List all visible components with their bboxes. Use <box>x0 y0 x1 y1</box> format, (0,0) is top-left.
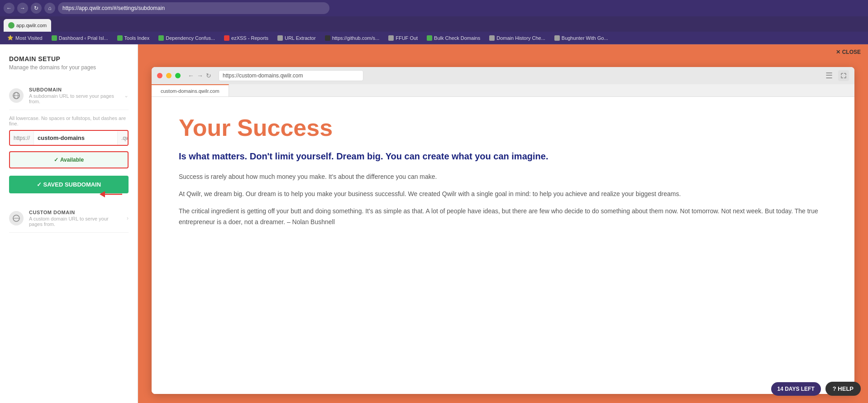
bottom-bar: 14 DAYS LEFT ? HELP <box>771 382 861 396</box>
mockup-tab-bar: custom-domains.qwilr.com <box>152 84 854 97</box>
url-text: https://app.qwilr.com/#/settings/subdoma… <box>62 5 165 11</box>
subdomain-desc: A subdomain URL to serve your pages from… <box>29 93 119 104</box>
body-paragraph-2: At Qwilr, we dream big. Our dream is to … <box>179 189 827 200</box>
browser-toolbar: ← → ↻ ⌂ https://app.qwilr.com/#/settings… <box>0 0 868 16</box>
active-tab[interactable]: app.qwilr.com <box>4 19 51 32</box>
custom-domain-desc: A custom domain URL to serve your pages … <box>29 216 121 227</box>
main-content: DOMAIN SETUP Manage the domains for your… <box>0 44 868 403</box>
bookmark-label: ezXSS - Reports <box>231 35 268 41</box>
subdomain-chevron: ⌄ <box>124 92 129 99</box>
mockup-refresh-button[interactable]: ↻ <box>206 72 211 79</box>
body-paragraph-1: Success is rarely about how much money y… <box>179 172 827 182</box>
url-bar[interactable]: https://app.qwilr.com/#/settings/subdoma… <box>58 2 329 14</box>
browser-window: ← → ↻ ⌂ https://app.qwilr.com/#/settings… <box>0 0 868 403</box>
page-subtitle: Manage the domains for your pages <box>9 64 129 71</box>
bookmark-favicon: ⭐ <box>7 35 14 41</box>
days-left-badge: 14 DAYS LEFT <box>771 382 821 396</box>
mockup-dot-red <box>157 73 162 78</box>
home-button[interactable]: ⌂ <box>44 3 55 14</box>
bookmark-favicon <box>224 35 229 41</box>
bookmark-label: FFUF Out <box>396 35 418 41</box>
back-button[interactable]: ← <box>4 3 14 14</box>
available-check-icon: ✓ <box>54 157 58 163</box>
sidebar: DOMAIN SETUP Manage the domains for your… <box>0 44 138 403</box>
input-prefix: https:// <box>10 131 34 145</box>
bookmark-github[interactable]: https://github.com/s... <box>321 33 383 43</box>
custom-domain-label: CUSTOM DOMAIN <box>29 210 121 215</box>
bookmark-favicon <box>427 35 432 41</box>
available-label: Available <box>60 157 84 163</box>
subdomain-hint: All lowercase. No spaces or fullstops, b… <box>9 115 129 126</box>
bookmark-dashboard[interactable]: Dashboard ‹ Prial Isl... <box>48 33 112 43</box>
custom-domain-section[interactable]: CUSTOM DOMAIN A custom domain URL to ser… <box>9 204 129 233</box>
available-badge: ✓ Available <box>54 157 84 163</box>
bookmark-favicon <box>554 35 560 41</box>
body-paragraph-3: The critical ingredient is getting off y… <box>179 206 827 228</box>
browser-mockup: ← → ↻ https://custom-domains.qwilr.com ☰ <box>152 67 854 394</box>
bookmark-label: https://github.com/s... <box>332 35 380 41</box>
bookmark-label: Tools Index <box>124 35 150 41</box>
mockup-content: Your Success Is what matters. Don't limi… <box>152 97 854 394</box>
bookmark-dependency[interactable]: Dependency Confus... <box>155 33 219 43</box>
bookmark-label: Dependency Confus... <box>166 35 215 41</box>
bookmark-label: Bughunter With Go... <box>562 35 608 41</box>
mockup-dot-yellow <box>166 73 172 78</box>
bookmark-tools-index[interactable]: Tools Index <box>114 33 153 43</box>
bookmark-favicon <box>489 35 495 41</box>
bookmark-label: URL Extractor <box>285 35 316 41</box>
bookmark-ffuf[interactable]: FFUF Out <box>385 33 421 43</box>
red-arrow <box>100 187 127 203</box>
subdomain-icon <box>9 88 24 103</box>
forward-button[interactable]: → <box>17 3 28 14</box>
subdomain-input[interactable] <box>34 131 117 145</box>
bookmark-bulk-check[interactable]: Bulk Check Domains <box>423 33 484 43</box>
mockup-expand-button[interactable] <box>838 70 849 81</box>
bookmark-most-visited[interactable]: ⭐ Most Visited <box>4 33 46 43</box>
mockup-back-button[interactable]: ← <box>188 72 194 79</box>
bookmark-url-extractor[interactable]: URL Extractor <box>274 33 320 43</box>
help-button[interactable]: ? HELP <box>825 382 861 396</box>
refresh-button[interactable]: ↻ <box>31 3 42 14</box>
bookmark-ezxss[interactable]: ezXSS - Reports <box>220 33 272 43</box>
custom-domain-chevron: › <box>127 215 129 221</box>
bookmark-label: Domain History Che... <box>496 35 545 41</box>
preview-area: Aa Aa <box>138 44 868 403</box>
mockup-toolbar: ← → ↻ https://custom-domains.qwilr.com ☰ <box>152 67 854 84</box>
bookmark-favicon <box>158 35 164 41</box>
bookmark-favicon <box>325 35 330 41</box>
bookmark-favicon <box>52 35 57 41</box>
bookmark-label: Bulk Check Domains <box>434 35 480 41</box>
mockup-dot-green <box>175 73 181 78</box>
tab-label: app.qwilr.com <box>16 23 47 28</box>
input-suffix: .qwilr.com <box>117 131 129 145</box>
mockup-url-text: https://custom-domains.qwilr.com <box>223 72 303 79</box>
subdomain-input-row: https:// .qwilr.com <box>9 130 129 146</box>
custom-domain-info: CUSTOM DOMAIN A custom domain URL to ser… <box>29 210 121 227</box>
bookmarks-bar: ⭐ Most Visited Dashboard ‹ Prial Isl... … <box>0 32 868 44</box>
help-label: ? HELP <box>833 385 854 392</box>
subdomain-label: SUBDOMAIN <box>29 87 119 92</box>
bookmark-bughunter[interactable]: Bughunter With Go... <box>551 33 612 43</box>
bookmark-domain-history[interactable]: Domain History Che... <box>486 33 549 43</box>
mockup-forward-button[interactable]: → <box>197 72 203 79</box>
bookmark-favicon <box>388 35 394 41</box>
close-label: ✕ CLOSE <box>836 49 861 55</box>
mockup-nav: ← → ↻ <box>188 72 211 79</box>
subdomain-section[interactable]: SUBDOMAIN A subdomain URL to serve your … <box>9 82 129 110</box>
bookmark-label: Most Visited <box>15 35 43 41</box>
bookmark-favicon <box>277 35 283 41</box>
subdomain-info: SUBDOMAIN A subdomain URL to serve your … <box>29 87 119 104</box>
browser-tabs: app.qwilr.com <box>0 16 868 32</box>
svg-marker-4 <box>100 191 105 197</box>
close-button[interactable]: ✕ CLOSE <box>836 49 861 55</box>
mockup-tab-active[interactable]: custom-domains.qwilr.com <box>152 84 229 96</box>
success-subheading: Is what matters. Don't limit yourself. D… <box>179 150 827 163</box>
page-title: DOMAIN SETUP <box>9 55 129 62</box>
bookmark-favicon <box>117 35 123 41</box>
save-label: ✓ SAVED SUBDOMAIN <box>37 181 101 188</box>
success-heading: Your Success <box>179 115 827 141</box>
custom-domain-icon <box>9 211 24 225</box>
available-badge-container: ✓ Available <box>9 151 129 168</box>
bookmark-label: Dashboard ‹ Prial Isl... <box>59 35 108 41</box>
mockup-menu-icon: ☰ <box>825 71 833 81</box>
